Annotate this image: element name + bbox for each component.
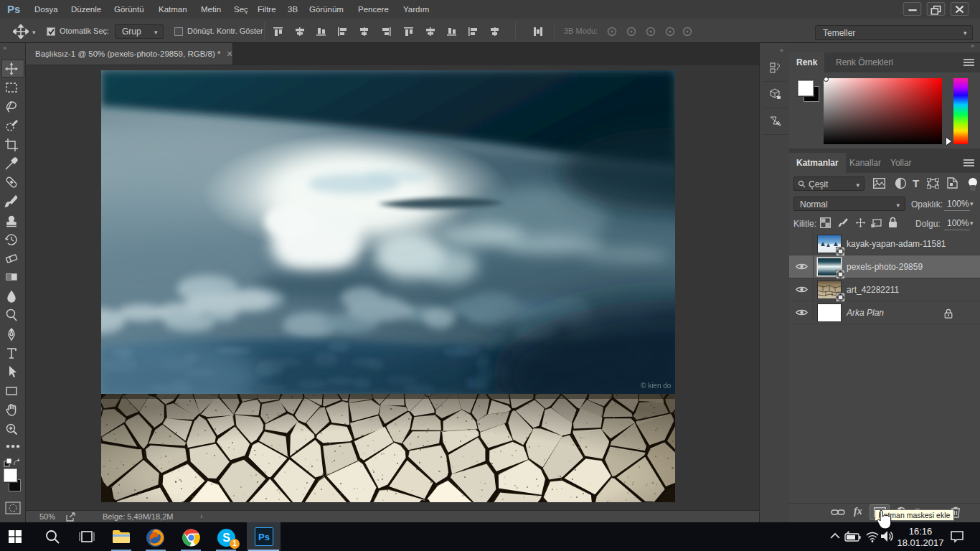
svg-text:© kien do: © kien do bbox=[641, 382, 672, 390]
